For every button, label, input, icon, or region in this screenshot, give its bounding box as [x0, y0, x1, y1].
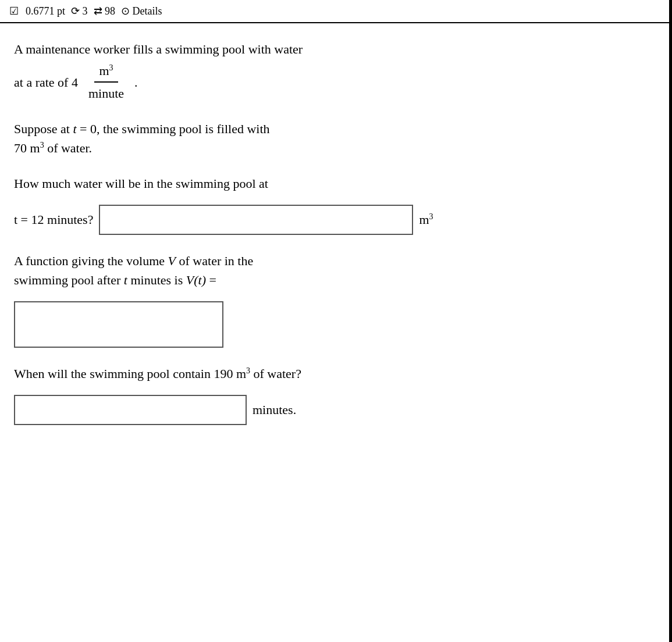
rate-fraction: m3 minute — [84, 61, 129, 103]
score-label: 0.6771 pt — [26, 5, 65, 17]
rate-num-exp: 3 — [109, 63, 113, 72]
question1-line1: How much water will be in the swimming p… — [14, 176, 268, 191]
question3-unit: minutes. — [253, 402, 296, 418]
intro-text: A maintenance worker fills a swimming po… — [14, 40, 658, 103]
question3-input-row: minutes. — [14, 395, 658, 425]
question1-answer-input[interactable] — [99, 205, 413, 235]
details-label: ⊙ Details — [121, 5, 162, 17]
question2-line1a: A function giving the volume — [14, 254, 165, 268]
question3-text: When will the swimming pool contain 190 … — [14, 364, 658, 383]
question1-block: How much water will be in the swimming p… — [14, 174, 658, 235]
rate-period: . — [134, 73, 138, 92]
question2-answer-input[interactable] — [14, 301, 223, 348]
suppose-eq: = 0, the swimming pool is filled with — [80, 122, 270, 136]
question3-exp: 3 — [246, 366, 250, 375]
question3-block: When will the swimming pool contain 190 … — [14, 364, 658, 425]
initial-exp: 3 — [40, 141, 44, 149]
suppose-t: t — [73, 122, 76, 136]
problem-intro-section: A maintenance worker fills a swimming po… — [14, 40, 658, 103]
header-bar: ☑ 0.6771 pt ⟳ 3 ⇄ 98 ⊙ Details — [0, 0, 672, 23]
question3-answer-input[interactable] — [14, 395, 247, 425]
rate-prefix: at a rate of 4 — [14, 73, 78, 92]
rate-numerator: m3 — [94, 61, 118, 83]
question2-text: A function giving the volume V of water … — [14, 251, 658, 290]
suppose-section: Suppose at t = 0, the swimming pool is f… — [14, 119, 658, 158]
refresh-label: ⇄ 98 — [94, 5, 116, 17]
question2-block: A function giving the volume V of water … — [14, 251, 658, 348]
question2-line2a: swimming pool after — [14, 273, 120, 287]
question3-line1b: of water? — [250, 366, 301, 381]
checkbox-icon: ☑ — [9, 5, 19, 17]
intro-line1: A maintenance worker fills a swimming po… — [14, 42, 303, 56]
suppose-text: Suppose at t = 0, the swimming pool is f… — [14, 119, 658, 158]
initial-volume: 70 m3 of water. — [14, 141, 92, 155]
question2-t: t — [124, 273, 127, 287]
question1-unit-exp: 3 — [429, 212, 433, 221]
question2-line2b: minutes is — [130, 273, 183, 287]
right-border — [669, 0, 672, 642]
suppose-prefix: Suppose at — [14, 122, 70, 136]
question1-text: How much water will be in the swimming p… — [14, 174, 658, 193]
question2-line1b: of water in the — [179, 254, 254, 268]
question3-line1a: When will the swimming pool contain 190 … — [14, 366, 246, 381]
page-wrapper: ☑ 0.6771 pt ⟳ 3 ⇄ 98 ⊙ Details A mainten… — [0, 0, 672, 642]
attempts-label: ⟳ 3 — [71, 5, 88, 17]
question1-input-row: t = 12 minutes? m3 — [14, 205, 658, 235]
rate-num-text: m — [99, 63, 109, 78]
question2-eq: = — [209, 273, 216, 287]
main-content: A maintenance worker fills a swimming po… — [0, 23, 672, 455]
question2-V: V — [168, 254, 176, 268]
rate-line: at a rate of 4 m3 minute . — [14, 61, 658, 103]
question2-Vt: V(t) — [186, 273, 206, 287]
rate-denominator: minute — [84, 83, 129, 103]
question1-t-label: t = 12 minutes? — [14, 212, 93, 227]
question1-unit: m3 — [419, 212, 433, 227]
